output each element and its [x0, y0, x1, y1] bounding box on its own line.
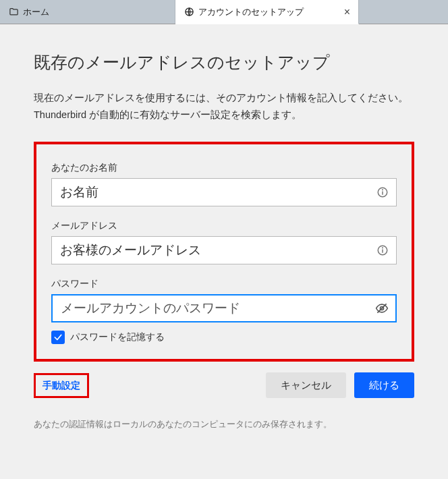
tab-account-setup[interactable]: アカウントのセットアップ ×: [175, 0, 359, 24]
footer-note: あなたの認証情報はローカルのあなたのコンピュータにのみ保存されます。: [34, 418, 414, 430]
cancel-button[interactable]: キャンセル: [266, 372, 346, 398]
page-title: 既存のメールアドレスのセットアップ: [34, 51, 414, 74]
name-input[interactable]: [51, 178, 397, 206]
email-label: メールアドレス: [51, 220, 397, 232]
email-field-group: メールアドレス: [51, 220, 397, 264]
checkbox-checked-icon[interactable]: [51, 331, 65, 344]
name-field-group: あなたのお名前: [51, 162, 397, 206]
info-icon[interactable]: [376, 244, 389, 256]
manual-config-highlight: 手動設定: [34, 373, 89, 398]
email-input[interactable]: [51, 236, 397, 264]
continue-button[interactable]: 続ける: [354, 372, 414, 398]
form-highlight-box: あなたのお名前 メールアドレス: [34, 142, 414, 362]
button-row: 手動設定 キャンセル 続ける: [34, 372, 414, 398]
page-description: 現在のメールアドレスを使用するには、そのアカウント情報を記入してください。Thu…: [34, 90, 414, 123]
tab-home[interactable]: ホーム: [0, 0, 175, 24]
eye-off-icon[interactable]: [375, 302, 389, 315]
remember-password-row[interactable]: パスワードを記憶する: [51, 331, 397, 344]
svg-point-3: [383, 190, 383, 190]
close-icon[interactable]: ×: [324, 6, 350, 18]
content-area: 既存のメールアドレスのセットアップ 現在のメールアドレスを使用するには、そのアカ…: [0, 24, 448, 444]
password-label: パスワード: [51, 278, 397, 290]
password-input[interactable]: [51, 294, 397, 322]
tab-setup-label: アカウントのセットアップ: [198, 6, 304, 18]
tab-bar: ホーム アカウントのセットアップ ×: [0, 0, 448, 24]
password-field-group: パスワード: [51, 278, 397, 322]
folder-icon: [8, 7, 19, 18]
manual-config-link[interactable]: 手動設定: [43, 380, 80, 391]
tab-home-label: ホーム: [23, 6, 49, 18]
remember-password-label: パスワードを記憶する: [70, 331, 165, 343]
globe-icon: [184, 7, 194, 18]
svg-point-6: [383, 248, 383, 248]
name-label: あなたのお名前: [51, 162, 397, 174]
info-icon[interactable]: [376, 186, 389, 198]
